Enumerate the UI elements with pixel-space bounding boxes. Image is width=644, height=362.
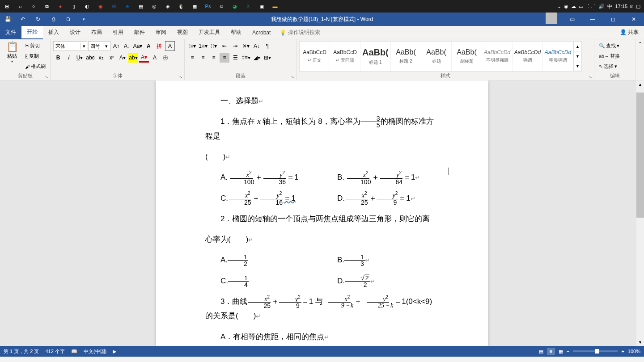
gallery-up-button[interactable]: ▲ [574,42,581,51]
tab-review[interactable]: 审阅 [150,26,172,39]
tell-me-search[interactable]: 💡操作说明搜索 [280,29,320,36]
word-icon[interactable]: W [107,0,121,13]
phonetic-button[interactable]: 拼 [154,41,164,51]
style-heading1[interactable]: AaBb(标题 1 [360,42,391,71]
align-left-button[interactable]: ≡ [187,53,197,63]
underline-button[interactable]: U▾ [75,53,85,63]
dialog-launcher-icon[interactable]: ↘ [45,75,48,79]
qq-icon[interactable]: 🐧 [174,0,188,13]
app-icon[interactable]: ▤ [134,0,148,13]
multilevel-button[interactable]: ⁝⁝▾ [209,41,219,51]
style-title[interactable]: AaBb(标题 [421,42,452,71]
align-center-button[interactable]: ≡ [198,53,208,63]
notifications-icon[interactable]: ▢ [636,4,640,9]
gallery-down-button[interactable]: ▼ [574,51,581,61]
tray-battery-icon[interactable]: ▭ [579,4,583,9]
word-count[interactable]: 412 个字 [45,348,64,355]
bullets-button[interactable]: ⁝≡▾ [187,41,197,51]
strikethrough-button[interactable]: abc [85,53,95,63]
app-icon[interactable]: ◈ [161,0,174,13]
font-family-select[interactable]: ▾ [53,41,87,51]
ime-indicator[interactable]: 中 [607,3,612,10]
highlight-button[interactable]: ab▾ [128,53,138,63]
scroll-thumb[interactable] [636,93,644,218]
distributed-button[interactable]: ☰ [230,53,240,63]
search-icon[interactable]: ⌕ [13,0,27,13]
tab-view[interactable]: 视图 [172,26,193,39]
qat-customize[interactable]: ▾ [76,13,91,26]
style-subtitle[interactable]: AaBb(副标题 [452,42,482,71]
dialog-launcher-icon[interactable]: ↘ [291,75,294,79]
dialog-launcher-icon[interactable]: ↘ [589,75,592,79]
tray-icon[interactable]: ⎚ [630,4,633,9]
read-mode-button[interactable]: ▤ [539,349,543,354]
asian-layout-button[interactable]: ✕▾ [241,41,251,51]
line-spacing-button[interactable]: ‡≡▾ [241,53,251,63]
enclose-char-button[interactable]: ㊉ [161,53,170,63]
ps-icon[interactable]: Ps [201,0,215,13]
page[interactable]: 一、选择题↵ 1．焦点在 x 轴上，短轴长为 8，离心率为35的椭圆的标准方程是… [156,80,488,346]
sort-button[interactable]: A↓ [252,41,262,51]
gallery-more-button[interactable]: ▼ [574,61,581,71]
style-emphasis[interactable]: AaBbCcDd强调 [513,42,543,71]
justify-button[interactable]: ≡ [220,53,229,63]
char-border-button[interactable]: A [165,41,175,51]
numbering-button[interactable]: 1≡▾ [198,41,208,51]
show-marks-button[interactable]: ¶ [263,41,272,51]
app-icon[interactable]: ◐ [80,0,94,13]
cortana-icon[interactable]: ○ [27,0,40,13]
tray-wifi-icon[interactable]: ⋮⋰ [586,4,596,9]
decrease-indent-button[interactable]: ⇤ [220,41,229,51]
explorer-icon[interactable]: ▬ [268,0,282,13]
zoom-in-button[interactable]: + [621,349,624,354]
app-icon[interactable]: ▣ [255,0,268,13]
edge-icon[interactable]: e [121,0,134,13]
language-indicator[interactable]: 中文(中国) [84,348,106,355]
dialog-launcher-icon[interactable]: ↘ [179,75,182,79]
tab-acrobat[interactable]: Acrobat [247,26,276,39]
user-avatar[interactable] [546,13,557,24]
chrome-icon[interactable]: ◎ [148,0,161,13]
style-nospacing[interactable]: AaBbCcD↵ 无间隔 [330,42,360,71]
undo-button[interactable]: ↶ [15,13,30,26]
redo-button[interactable]: ↻ [30,13,46,26]
maximize-button[interactable]: ◻ [603,13,623,26]
superscript-button[interactable]: x² [107,53,117,63]
tray-icon[interactable]: ◉ [564,4,568,9]
replace-button[interactable]: ab→ 替换 [597,51,633,61]
style-intense-emphasis[interactable]: AaBbCcDd明显强调 [543,42,573,71]
tray-cloud-icon[interactable]: ☁ [571,4,576,9]
style-subtle-emphasis[interactable]: AaBbCcDd不明显强调 [482,42,513,71]
tab-file[interactable]: 文件 [0,26,21,39]
style-normal[interactable]: AaBbCcD↵ 正文 [300,42,330,71]
minimize-button[interactable]: — [582,13,603,26]
change-case-button[interactable]: Aa▾ [133,41,143,51]
wechat-icon[interactable]: ◕ [228,0,242,13]
tray-chevron-icon[interactable]: ⌄ [557,4,561,9]
borders-button[interactable]: ⊞▾ [263,53,272,63]
scroll-up-button[interactable]: ▲ [636,80,644,88]
style-heading2[interactable]: AaBb(标题 2 [391,42,421,71]
qat-button[interactable]: ⎙ [46,13,61,26]
tab-references[interactable]: 引用 [107,26,129,39]
page-indicator[interactable]: 第 1 页，共 2 页 [4,348,39,355]
start-button[interactable]: ⊞ [0,0,13,13]
scroll-track[interactable] [636,88,644,338]
vertical-scrollbar[interactable]: ▲ ▼ [636,80,644,346]
save-button[interactable]: 💾 [0,13,15,26]
font-size-select[interactable]: ▾ [88,41,110,51]
qat-button[interactable]: 🗋 [61,13,76,26]
macro-icon[interactable]: ▶ [113,349,116,354]
tray-volume-icon[interactable]: 🔊 [598,4,605,9]
tab-home[interactable]: 开始 [21,26,43,39]
tab-mail[interactable]: 邮件 [129,26,150,39]
char-shading-button[interactable]: A [150,53,160,63]
scroll-down-button[interactable]: ▼ [636,338,644,346]
tab-design[interactable]: 设计 [64,26,86,39]
grow-font-button[interactable]: A↑ [111,41,121,51]
zoom-out-button[interactable]: − [567,349,569,354]
copy-button[interactable]: ⎘ 复制 [23,51,47,61]
cut-button[interactable]: ✂ 剪切 [23,41,47,51]
clock[interactable]: 17:15 [615,4,627,9]
app-icon[interactable]: ● [54,0,67,13]
